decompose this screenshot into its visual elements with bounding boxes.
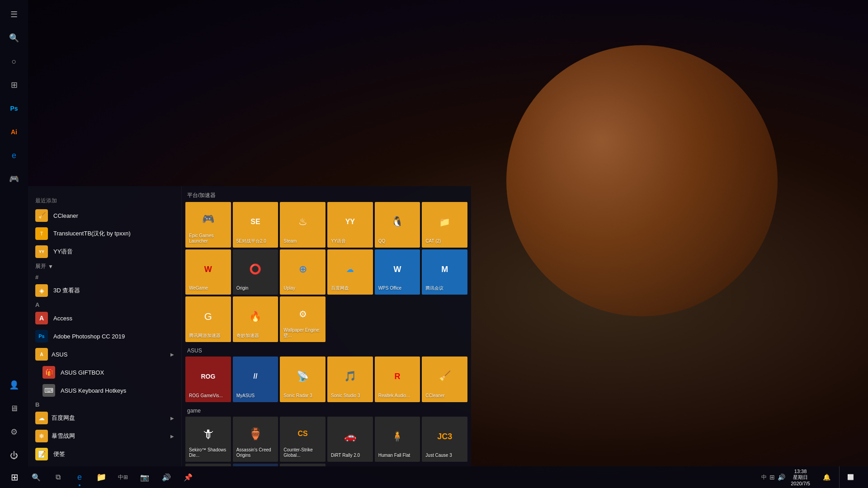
taskbar-app-explorer[interactable]: 📁 <box>90 466 112 488</box>
taskbar-notification[interactable]: 🔔 <box>816 466 837 488</box>
tile-baiducloud[interactable]: ☁ 百度网盘 <box>327 249 373 295</box>
app-icon-access: A <box>35 312 48 324</box>
app-item-access[interactable]: A Access <box>28 309 181 327</box>
taskbar-app-edge[interactable]: e <box>69 466 90 488</box>
app-item-3d[interactable]: ◈ 3D 查看器 <box>28 282 181 300</box>
origin-label: Origin <box>236 286 249 291</box>
assassin-icon: 🏺 <box>236 420 275 448</box>
tile-qq[interactable]: 🐧 QQ <box>375 202 420 248</box>
tray-volume[interactable]: 🔊 <box>778 474 785 481</box>
sidebar-power[interactable]: ⏻ <box>3 445 25 466</box>
tile-steam[interactable]: ♨ Steam <box>280 202 326 248</box>
app-item-photoshop[interactable]: Ps Adobe Photoshop CC 2019 <box>28 327 181 345</box>
taskbar-taskview[interactable]: ⧉ <box>47 466 69 488</box>
app-item-blizzard[interactable]: ❄ 暴雪战网 ▶ <box>28 427 181 445</box>
taskbar: ⊞ 🔍 ⧉ e 📁 中 ⊞ 📷 🔊 📌 中 ⊞ 🔊 13:38 <box>0 466 868 488</box>
tile-csgo[interactable]: CS Counter-Strike Global... <box>280 417 326 462</box>
alpha-c: C <box>28 463 181 466</box>
sekiro-icon: 🗡 <box>189 420 227 448</box>
sidebar-search[interactable]: 🔍 <box>3 27 25 49</box>
asus-expand-arrow: ▶ <box>170 352 174 357</box>
yy-icon: YY <box>331 206 369 239</box>
baiducloud-tile-label: 百度网盘 <box>331 286 349 291</box>
sidebar-grid[interactable]: ⊞ <box>3 74 25 96</box>
taskbar-app-pin[interactable]: 📌 <box>177 466 199 488</box>
game-tiles-grid: 🗡 Sekiro™ Shadows Die... 🏺 Assassin's Cr… <box>185 417 467 466</box>
tile-5e[interactable]: SE 5E对战平台2.0 <box>233 202 278 248</box>
tile-myasus[interactable]: // MyASUS <box>233 357 278 402</box>
app-item-ccleaner[interactable]: 🧹 CCleaner <box>28 206 181 225</box>
tile-origin[interactable]: ⭕ Origin <box>233 249 278 295</box>
taskbar-search[interactable]: 🔍 <box>25 466 47 488</box>
app-icon-3d: ◈ <box>35 284 48 297</box>
app-label-asus: ASUS <box>52 351 67 358</box>
realtek-label: Realtek Audio... <box>378 393 410 399</box>
asus-section-title: ASUS <box>185 346 467 357</box>
tile-epic[interactable]: 🎮 Epic Games Launcher <box>185 202 231 248</box>
tile-wps[interactable]: W WPS Office <box>375 249 420 295</box>
tile-cat[interactable]: 📁 CAT (2) <box>422 202 467 248</box>
sidebar-person[interactable]: 👤 <box>3 374 25 396</box>
tile-yy[interactable]: YY YY语音 <box>327 202 373 248</box>
tile-sonic-studio[interactable]: 🎵 Sonic Studio 3 <box>327 357 373 402</box>
assassin-label: Assassin's Creed Origins <box>236 447 275 458</box>
tile-sonic-radar[interactable]: 📡 Sonic Radar 3 <box>280 357 326 402</box>
tile-dirt[interactable]: 🚗 DiRT Rally 2.0 <box>327 417 373 462</box>
app-item-asus-giftbox[interactable]: 🎁 ASUS GIFTBOX <box>28 363 181 381</box>
sidebar-ai[interactable]: Ai <box>3 121 25 143</box>
taskbar-desktop[interactable]: ⬜ <box>839 466 861 488</box>
sidebar-hamburger[interactable]: ☰ <box>3 4 25 25</box>
app-item-translucenttb[interactable]: T TranslucentTB(汉化 by tpxxn) <box>28 225 181 243</box>
sidebar-ps[interactable]: Ps <box>3 98 25 119</box>
app-label-access: Access <box>53 315 72 322</box>
tile-sekiro[interactable]: 🗡 Sekiro™ Shadows Die... <box>185 417 231 462</box>
app-item-yy[interactable]: YY YY语音 <box>28 243 181 261</box>
platform-tiles-grid: 🎮 Epic Games Launcher SE 5E对战平台2.0 ♨ Ste… <box>185 202 467 342</box>
taskbar-clock[interactable]: 13:38 星期日 2020/7/5 <box>787 469 814 486</box>
tray-grid[interactable]: ⊞ <box>769 474 775 481</box>
start-button[interactable]: ⊞ <box>4 466 25 488</box>
taskbar-app-camera[interactable]: 📷 <box>134 466 156 488</box>
tile-overwatch[interactable]: ⭕ 守望先锋 <box>280 464 326 466</box>
tile-assassin[interactable]: 🏺 Assassin's Creed Origins <box>233 417 278 462</box>
tile-ccleaner[interactable]: 🧹 CCleaner <box>422 357 467 402</box>
sonic-radar-label: Sonic Radar 3 <box>283 393 312 399</box>
sidebar-game[interactable]: 🎮 <box>3 168 25 190</box>
game-section-title: game <box>185 406 467 417</box>
start-menu: 最近添加 🧹 CCleaner T TranslucentTB(汉化 by tp… <box>28 186 471 466</box>
yy-label: YY语音 <box>331 239 346 244</box>
sekiro-label: Sekiro™ Shadows Die... <box>189 447 227 458</box>
tile-lol[interactable]: ⚔ 英雄联盟 <box>233 464 278 466</box>
start-menu-left: 最近添加 🧹 CCleaner T TranslucentTB(汉化 by tp… <box>28 186 182 466</box>
tile-humanfall[interactable]: 🧍 Human Fall Flat <box>375 417 420 462</box>
wallpaper-label: Wallpaper Engine: 壁... <box>283 328 322 338</box>
tile-realtek[interactable]: R Realtek Audio... <box>375 357 420 402</box>
tile-wallpaper[interactable]: ⚙ Wallpaper Engine: 壁... <box>280 296 326 342</box>
tile-qimiao[interactable]: 🔥 奇妙加速器 <box>233 296 278 342</box>
tile-rdr2[interactable]: 🤠 Red Dead Redemption 2 <box>185 464 231 466</box>
app-item-asus-keyboard[interactable]: ⌨ ASUS Keyboard Hotkeys <box>28 381 181 399</box>
app-item-notes[interactable]: 📝 便签 <box>28 445 181 463</box>
app-label-photoshop: Adobe Photoshop CC 2019 <box>53 333 125 340</box>
app-label-baiducloud: 百度网盘 <box>52 414 75 422</box>
taskbar-app-sound[interactable]: 🔊 <box>156 466 177 488</box>
tray-ch-indicator[interactable]: 中 <box>761 474 767 481</box>
tile-tencent-meeting[interactable]: M 腾讯会议 <box>422 249 467 295</box>
sidebar-home[interactable]: ○ <box>3 51 25 72</box>
tencent-acc-label: 腾讯网游加速器 <box>189 333 221 338</box>
start-menu-right: 平台/加速器 🎮 Epic Games Launcher SE 5E对战平台2.… <box>182 186 471 466</box>
tile-tencent-acc[interactable]: G 腾讯网游加速器 <box>185 296 231 342</box>
taskbar-app-ch[interactable]: 中 ⊞ <box>112 466 134 488</box>
app-item-baiducloud[interactable]: ☁ 百度网盘 ▶ <box>28 409 181 427</box>
app-icon-baiducloud: ☁ <box>35 412 48 424</box>
expand-row[interactable]: 展开 ▼ <box>28 261 181 272</box>
tile-uplay[interactable]: ⊕ Uplay <box>280 249 326 295</box>
tile-wegame[interactable]: W WeGame <box>185 249 231 295</box>
app-item-asus[interactable]: A ASUS ▶ <box>28 345 181 363</box>
sidebar-display[interactable]: 🖥 <box>3 398 25 419</box>
sidebar-edge[interactable]: e <box>3 145 25 166</box>
tile-rog[interactable]: ROG ROG GameVis... <box>185 357 231 402</box>
sidebar-settings[interactable]: ⚙ <box>3 421 25 443</box>
platform-section-title: 平台/加速器 <box>185 190 467 202</box>
tile-justcause[interactable]: JC3 Just Cause 3 <box>422 417 467 462</box>
